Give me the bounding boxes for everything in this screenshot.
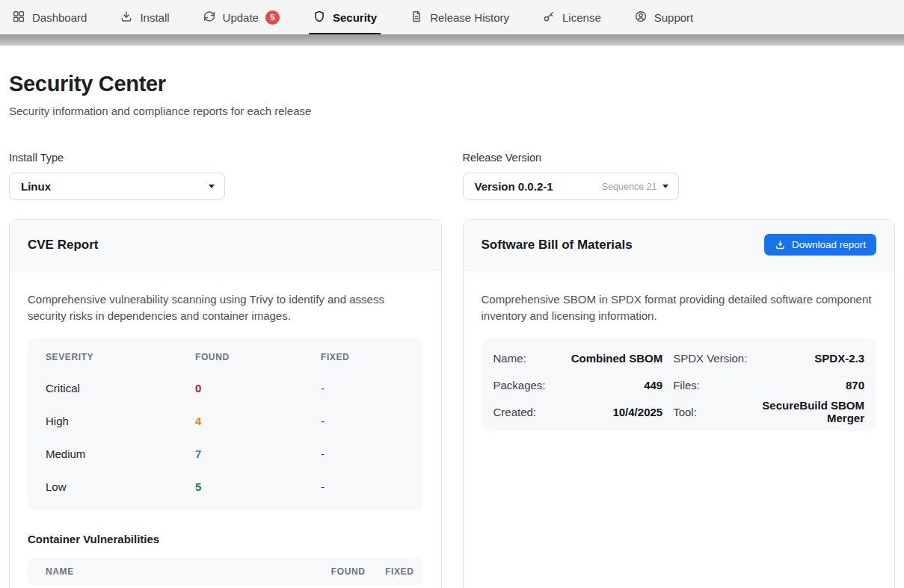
fixed-count: - — [321, 415, 405, 427]
filters-row: Install Type Linux Release Version Versi… — [9, 152, 895, 200]
info-value: 10/4/2025 — [556, 398, 663, 425]
nav-tab-support[interactable]: Support — [634, 0, 694, 34]
refresh-icon — [203, 10, 216, 25]
release-version-value: Version 0.0.2-1 — [475, 180, 553, 193]
support-icon — [634, 10, 648, 25]
found-count: 4 — [195, 415, 321, 427]
release-version-filter: Release Version Version 0.0.2-1 Sequence… — [463, 152, 896, 200]
info-label: Packages: — [493, 371, 546, 398]
info-value: 870 — [757, 371, 864, 398]
nav-tab-label: Install — [140, 11, 169, 24]
info-value: SPDX-2.3 — [757, 344, 864, 371]
sbom-info-grid: Name: Combined SBOM SPDX Version: SPDX-2… — [482, 338, 877, 431]
install-type-label: Install Type — [9, 152, 442, 164]
nav-tab-security[interactable]: Security — [313, 0, 377, 34]
col-found: FOUND — [321, 566, 366, 577]
download-icon — [775, 239, 786, 250]
nav-tab-license[interactable]: License — [542, 0, 601, 34]
release-version-select[interactable]: Version 0.0.2-1 Sequence 21 — [463, 173, 679, 200]
download-report-label: Download report — [792, 239, 866, 250]
nav-tab-label: Dashboard — [32, 11, 87, 24]
found-count: 7 — [195, 448, 321, 460]
col-severity: SEVERITY — [46, 352, 195, 362]
nav-tab-label: Release History — [430, 11, 509, 24]
top-nav: Dashboard Install Update 5 Security Rele… — [0, 0, 904, 34]
col-found: FOUND — [195, 352, 321, 362]
dashboard-icon — [12, 10, 25, 25]
info-value: SecureBuild SBOM Merger — [757, 398, 864, 425]
info-label: Name: — [493, 344, 546, 371]
fixed-count: - — [321, 382, 405, 394]
severity-table: SEVERITY FOUND FIXED Critical 0 - High 4… — [28, 338, 423, 510]
security-center-page: Security Center Security information and… — [0, 72, 904, 588]
update-count-badge: 5 — [265, 10, 280, 25]
chevron-down-icon — [662, 185, 668, 188]
release-version-label: Release Version — [463, 152, 896, 164]
document-icon — [410, 10, 423, 25]
install-type-filter: Install Type Linux — [9, 152, 442, 200]
sbom-description: Comprehensive SBOM in SPDX format provid… — [482, 291, 877, 324]
info-label: SPDX Version: — [673, 344, 747, 371]
page-title: Security Center — [9, 72, 895, 96]
fixed-count: - — [321, 448, 405, 460]
fixed-count: - — [321, 480, 405, 493]
nav-tab-update[interactable]: Update 5 — [203, 0, 280, 34]
severity-row-medium: Medium 7 - — [46, 437, 405, 470]
sbom-card: Software Bill of Materials Download repo… — [463, 219, 896, 588]
cve-report-description: Comprehensive vulnerability scanning usi… — [28, 291, 423, 324]
severity-label: Low — [46, 480, 195, 493]
info-value: Combined SBOM — [556, 344, 663, 371]
severity-label: Critical — [46, 382, 195, 394]
key-icon — [542, 10, 556, 25]
nav-tab-label: Support — [654, 11, 694, 24]
cve-report-title: CVE Report — [28, 238, 98, 253]
severity-table-header: SEVERITY FOUND FIXED — [46, 343, 405, 371]
col-fixed: FIXED — [321, 352, 405, 362]
severity-row-critical: Critical 0 - — [46, 371, 405, 404]
col-name: NAME — [46, 566, 306, 577]
page-subtitle: Security information and compliance repo… — [9, 105, 895, 117]
download-icon — [120, 10, 133, 25]
sequence-meta: Sequence 21 — [602, 182, 657, 192]
sbom-title: Software Bill of Materials — [482, 238, 633, 253]
severity-label: Medium — [46, 448, 195, 460]
nav-tab-release-history[interactable]: Release History — [410, 0, 509, 34]
nav-tab-install[interactable]: Install — [120, 0, 169, 34]
severity-label: High — [46, 415, 195, 427]
container-vulns-table-header: NAME FOUND FIXED — [28, 557, 423, 586]
shield-icon — [313, 10, 326, 25]
found-count: 0 — [195, 382, 321, 394]
info-value: 449 — [556, 371, 663, 398]
severity-row-low: Low 5 - — [46, 470, 405, 503]
cve-report-card: CVE Report Comprehensive vulnerability s… — [9, 219, 442, 588]
nav-tab-dashboard[interactable]: Dashboard — [12, 0, 87, 34]
chevron-down-icon — [209, 185, 215, 188]
container-vulns-title: Container Vulnerabilities — [28, 533, 423, 545]
found-count: 5 — [195, 480, 321, 493]
info-label: Created: — [493, 398, 546, 425]
info-label: Files: — [673, 371, 747, 398]
download-report-button[interactable]: Download report — [764, 234, 876, 256]
col-fixed: FIXED — [381, 566, 414, 577]
nav-tab-label: License — [562, 11, 601, 24]
divider-bar — [0, 34, 904, 46]
install-type-value: Linux — [21, 180, 51, 193]
info-label: Tool: — [673, 398, 747, 425]
install-type-select[interactable]: Linux — [9, 173, 225, 200]
nav-tab-label: Security — [333, 11, 377, 24]
nav-tab-label: Update — [223, 11, 259, 24]
severity-row-high: High 4 - — [46, 404, 405, 437]
